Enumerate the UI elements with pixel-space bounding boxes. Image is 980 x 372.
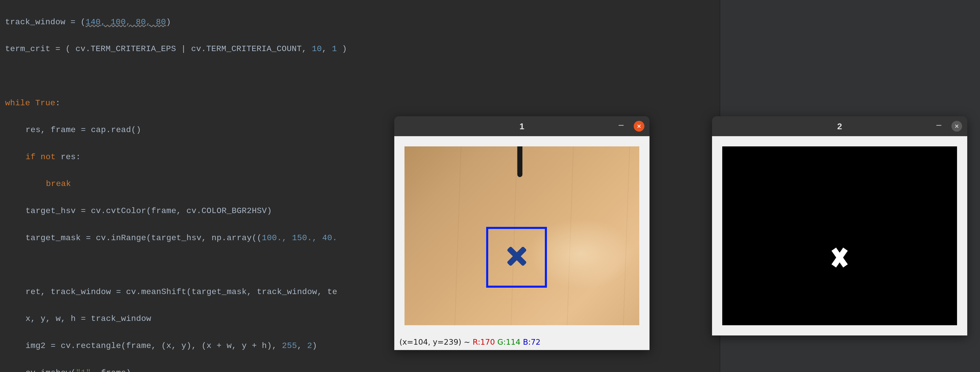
titlebar[interactable]: 1 − xyxy=(394,116,649,136)
close-icon xyxy=(955,124,959,129)
dark-object-top xyxy=(517,146,522,177)
window-content xyxy=(394,136,649,335)
minimize-button[interactable]: − xyxy=(934,121,944,132)
titlebar[interactable]: 2 − xyxy=(712,116,967,136)
tracking-rectangle xyxy=(486,227,547,288)
minimize-icon: − xyxy=(618,121,624,131)
cursor-coordinates: (x=104, y=239) ~ xyxy=(399,337,473,346)
mask-frame xyxy=(722,146,957,325)
opencv-window-1[interactable]: 1 − (x=104, y=239) ~ R:170 G:114 B:72 xyxy=(394,116,649,350)
pixel-r: R:170 xyxy=(473,337,495,346)
status-bar: (x=104, y=239) ~ R:170 G:114 B:72 xyxy=(394,335,649,350)
close-button[interactable] xyxy=(951,121,962,132)
white-x-mask xyxy=(832,247,847,268)
window-controls: − xyxy=(934,121,962,132)
close-icon xyxy=(637,124,641,129)
window-title: 2 xyxy=(837,121,842,131)
video-frame xyxy=(404,146,639,325)
window-title: 1 xyxy=(520,121,525,131)
window-content xyxy=(712,136,967,335)
minimize-button[interactable]: − xyxy=(616,121,627,132)
opencv-window-2[interactable]: 2 − xyxy=(712,116,967,335)
close-button[interactable] xyxy=(634,121,644,132)
pixel-b: B:72 xyxy=(520,337,540,346)
window-controls: − xyxy=(616,121,644,132)
minimize-icon: − xyxy=(936,121,942,131)
pixel-g: G:114 xyxy=(495,337,520,346)
